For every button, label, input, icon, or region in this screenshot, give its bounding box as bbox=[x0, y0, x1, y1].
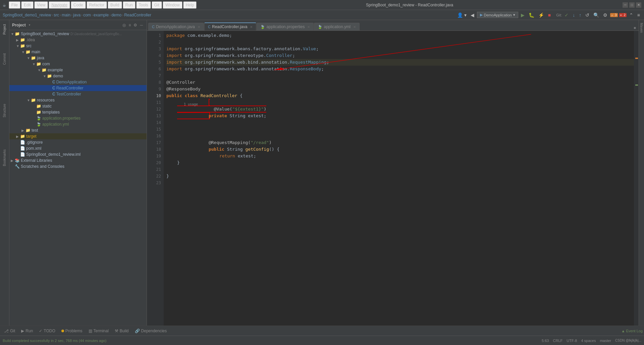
back-button[interactable]: ◀ bbox=[469, 12, 476, 18]
profile-button[interactable]: 👤 ▾ bbox=[456, 12, 468, 18]
tab-more-button[interactable]: ≡ bbox=[633, 25, 637, 30]
structure-panel-toggle[interactable]: Structure bbox=[1, 101, 8, 120]
build-status: Build completed successfully in 2 sec, 7… bbox=[3, 339, 106, 343]
collapse-all-button[interactable]: ≡ bbox=[127, 22, 132, 28]
tree-item-testcontroller[interactable]: C TestController bbox=[9, 91, 147, 97]
menu-navigate[interactable]: Navigate bbox=[49, 1, 70, 9]
locate-file-button[interactable]: ◎ bbox=[121, 22, 127, 28]
bottom-tab-problems[interactable]: Problems bbox=[59, 328, 85, 334]
tree-item-iml[interactable]: 📄 SpringBoot_demo1_review.iml bbox=[9, 151, 147, 157]
menu-window[interactable]: Window bbox=[163, 1, 182, 9]
menu-help[interactable]: Help bbox=[183, 1, 197, 9]
breadcrumb-demo[interactable]: demo bbox=[111, 13, 121, 17]
tree-item-src[interactable]: ▼ 📁 src bbox=[9, 43, 147, 49]
expand-button[interactable]: ⌃ bbox=[628, 12, 635, 18]
tab-appproperties[interactable]: 🍃 application.properties ✕ bbox=[257, 23, 314, 30]
stop-button[interactable]: ■ bbox=[547, 12, 552, 18]
tree-item-target[interactable]: ▶ 📁 target bbox=[9, 133, 147, 139]
tree-item-scratches[interactable]: 🔧 Scratches and Consoles bbox=[9, 163, 147, 169]
tree-item-com[interactable]: ▼ 📁 com bbox=[9, 61, 147, 67]
git-revert[interactable]: ↺ bbox=[584, 12, 591, 18]
bottom-tab-terminal[interactable]: ▥ Terminal bbox=[86, 328, 111, 334]
bottom-tab-git[interactable]: ⎇ Git bbox=[1, 328, 18, 334]
more-button[interactable]: ≡ bbox=[636, 12, 641, 18]
tab-appyml[interactable]: 🍃 application.yml ✕ bbox=[314, 23, 359, 30]
tree-item-pomxml[interactable]: 📄 pom.xml bbox=[9, 145, 147, 151]
breadcrumb-file[interactable]: ReadController bbox=[124, 13, 151, 17]
coverage-button[interactable]: ⚡ bbox=[537, 12, 545, 18]
tree-item-test[interactable]: ▶ 📁 test bbox=[9, 127, 147, 133]
status-bar: Build completed successfully in 2 sec, 7… bbox=[0, 336, 644, 345]
tree-item-gitignore[interactable]: 📄 .gitignore bbox=[9, 139, 147, 145]
run-button[interactable]: ▶ bbox=[520, 12, 526, 18]
minimize-button[interactable]: ─ bbox=[623, 2, 628, 8]
folder-icon: 📁 bbox=[20, 134, 25, 139]
bookmarks-panel-toggle[interactable]: Bookmarks bbox=[1, 147, 8, 169]
breadcrumb-com[interactable]: com bbox=[83, 13, 91, 17]
tree-item-main[interactable]: ▼ 📁 main bbox=[9, 49, 147, 55]
breadcrumb-main[interactable]: main bbox=[62, 13, 70, 17]
panel-options-button[interactable]: ⚙ bbox=[132, 22, 138, 28]
breadcrumb-java[interactable]: java bbox=[73, 13, 80, 17]
breadcrumb-project[interactable]: SpringBoot_demo1_review bbox=[3, 13, 51, 17]
tree-item-demo[interactable]: ▼ 📁 demo bbox=[9, 73, 147, 79]
breadcrumb-example[interactable]: example bbox=[94, 13, 109, 17]
tree-item-idea[interactable]: ▶ 📁 .idea bbox=[9, 37, 147, 43]
indent-info[interactable]: 4 spaces bbox=[581, 339, 596, 343]
maximize-button[interactable]: □ bbox=[629, 2, 635, 8]
hide-panel-button[interactable]: ─ bbox=[139, 22, 144, 28]
tree-item-java[interactable]: ▼ 📁 java bbox=[9, 55, 147, 61]
menu-code[interactable]: Code bbox=[71, 1, 86, 9]
tree-item-appproperties[interactable]: 🍃 application.properties bbox=[9, 115, 147, 121]
git-update[interactable]: ↓ bbox=[571, 12, 576, 18]
tree-label: example bbox=[48, 68, 63, 72]
menu-view[interactable]: View bbox=[34, 1, 48, 9]
menu-git[interactable]: Git bbox=[152, 1, 162, 9]
menu-build[interactable]: Build bbox=[108, 1, 122, 9]
code-editor[interactable]: package com.example.demo; import org.spr… bbox=[164, 31, 634, 326]
search-everywhere[interactable]: 🔍 bbox=[592, 12, 600, 18]
settings-button[interactable]: ⚙ bbox=[602, 12, 609, 18]
tree-item-templates[interactable]: 📁 templates bbox=[9, 109, 147, 115]
tree-item-appyml[interactable]: 🍃 application.yml bbox=[9, 121, 147, 127]
tab-demoapplication[interactable]: C DemoApplication.java ✕ bbox=[148, 23, 204, 30]
tree-item-example[interactable]: ▼ 📁 example bbox=[9, 67, 147, 73]
prop-file-icon: 🍃 bbox=[36, 116, 41, 121]
bottom-tab-todo[interactable]: ✓ TODO bbox=[36, 328, 58, 334]
git-push[interactable]: ↑ bbox=[578, 12, 583, 18]
menu-tools[interactable]: Tools bbox=[136, 1, 151, 9]
tree-label: target bbox=[26, 134, 37, 139]
project-dropdown[interactable]: ▾ bbox=[29, 23, 31, 27]
bottom-tab-dependencies[interactable]: 🔗 Dependencies bbox=[132, 328, 170, 334]
tab-close-button[interactable]: ✕ bbox=[250, 25, 253, 29]
menu-file[interactable]: File bbox=[9, 1, 20, 9]
menu-refactor[interactable]: Refactor bbox=[87, 1, 107, 9]
event-log-link[interactable]: ▲ Event Log bbox=[622, 329, 643, 333]
bottom-tab-build[interactable]: ⚒ Build bbox=[112, 328, 131, 334]
tab-close-button[interactable]: ✕ bbox=[353, 25, 356, 29]
tree-item-static[interactable]: 📁 static bbox=[9, 103, 147, 109]
maven-label[interactable]: Maven bbox=[638, 21, 644, 34]
line-ending[interactable]: CRLF bbox=[553, 339, 563, 343]
tree-item-resources[interactable]: ▼ 📁 resources bbox=[9, 97, 147, 103]
tree-item-demoapplication[interactable]: C DemoApplication bbox=[9, 79, 147, 85]
menu-edit[interactable]: Edit bbox=[21, 1, 34, 9]
git-check[interactable]: ✓ bbox=[563, 12, 570, 18]
cursor-position[interactable]: 5:63 bbox=[542, 339, 549, 343]
tree-item-readcontroller[interactable]: C ReadController bbox=[9, 85, 147, 91]
charset[interactable]: UTF-8 bbox=[567, 339, 577, 343]
tab-close-button[interactable]: ✕ bbox=[307, 25, 310, 29]
breadcrumb-src[interactable]: src bbox=[54, 13, 59, 17]
close-button[interactable]: ✕ bbox=[636, 2, 641, 8]
tab-close-button[interactable]: ✕ bbox=[198, 25, 200, 29]
tree-item-external-libraries[interactable]: ▶ 📚 External Libraries bbox=[9, 157, 147, 163]
bottom-tab-run[interactable]: ▶ Run bbox=[18, 328, 36, 334]
menu-run[interactable]: Run bbox=[123, 1, 136, 9]
tab-readcontroller[interactable]: C ReadController.java ✕ bbox=[204, 22, 256, 30]
git-branch[interactable]: master bbox=[600, 339, 611, 343]
tree-item-root[interactable]: ▼ 📁 SpringBoot_demo1_review D:\Java\code… bbox=[9, 31, 147, 37]
commit-panel-toggle[interactable]: Commit bbox=[1, 51, 8, 67]
debug-button[interactable]: 🐛 bbox=[527, 12, 536, 18]
run-config-selector[interactable]: ▶ DemoApplication ▾ bbox=[477, 12, 518, 18]
project-panel-toggle[interactable]: Project bbox=[1, 21, 8, 37]
